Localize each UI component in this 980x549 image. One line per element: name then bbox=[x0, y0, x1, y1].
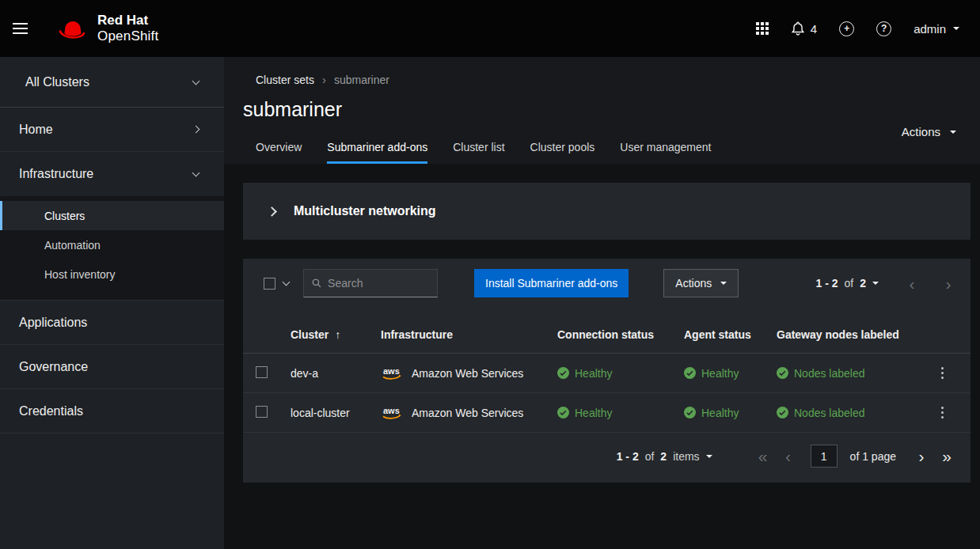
page-title: submariner bbox=[243, 98, 961, 121]
sidebar-item-label: Governance bbox=[19, 360, 88, 374]
column-header-agent-status: Agent status bbox=[684, 328, 777, 341]
page-actions-dropdown[interactable]: Actions bbox=[902, 125, 956, 138]
pagination-range: 1 - 2 bbox=[617, 450, 639, 463]
last-page-icon[interactable]: » bbox=[937, 446, 956, 466]
next-page-icon[interactable]: › bbox=[939, 274, 958, 293]
sidebar-item-host-inventory[interactable]: Host inventory bbox=[0, 259, 224, 289]
svg-text:aws: aws bbox=[383, 406, 400, 415]
caret-down-icon bbox=[953, 27, 959, 30]
sidebar-item-label: Infrastructure bbox=[19, 167, 93, 181]
help-icon[interactable]: ? bbox=[876, 21, 891, 36]
kebab-menu-icon[interactable] bbox=[932, 402, 953, 423]
table-header-row: Cluster ↑ Infrastructure Connection stat… bbox=[243, 316, 971, 354]
svg-text:aws: aws bbox=[383, 366, 400, 376]
infrastructure-subnav: Clusters Automation Host inventory bbox=[0, 196, 224, 301]
bulk-select-checkbox[interactable] bbox=[264, 278, 275, 290]
caret-down-icon bbox=[950, 131, 956, 134]
brand-line2: OpenShift bbox=[97, 28, 158, 44]
tab-cluster-list[interactable]: Cluster list bbox=[440, 133, 517, 164]
grid-icon bbox=[756, 22, 769, 35]
status-label[interactable]: Healthy bbox=[701, 407, 739, 419]
status-label[interactable]: Nodes labeled bbox=[794, 407, 865, 419]
infrastructure-label: Amazon Web Services bbox=[412, 407, 523, 419]
connection-status-cell: Healthy bbox=[557, 367, 684, 380]
redhat-openshift-logo: Red Hat OpenShift bbox=[55, 13, 158, 44]
check-circle-icon bbox=[684, 367, 696, 379]
hamburger-menu-icon[interactable] bbox=[13, 17, 36, 40]
prev-page-icon[interactable]: ‹ bbox=[902, 274, 921, 293]
breadcrumb-separator-icon: › bbox=[322, 73, 326, 86]
sidebar-item-home[interactable]: Home bbox=[0, 108, 224, 152]
app-launcher-icon[interactable] bbox=[756, 22, 769, 35]
aws-icon: aws bbox=[381, 405, 405, 420]
row-checkbox[interactable] bbox=[256, 406, 268, 418]
footer-pagination-menu[interactable]: 1 - 2 of 2 items bbox=[617, 450, 712, 463]
tab-overview[interactable]: Overview bbox=[243, 133, 314, 164]
tabs: Overview Submariner add-ons Cluster list… bbox=[243, 133, 961, 164]
sidebar-item-infrastructure[interactable]: Infrastructure bbox=[0, 152, 224, 196]
subnav-item-label: Automation bbox=[44, 239, 101, 252]
sidebar-item-automation[interactable]: Automation bbox=[0, 230, 224, 259]
card-title: Multicluster networking bbox=[294, 204, 436, 218]
sidebar-item-label: Applications bbox=[19, 316, 87, 330]
row-checkbox[interactable] bbox=[256, 366, 268, 378]
notifications-button[interactable]: 4 bbox=[791, 21, 817, 36]
subnav-item-label: Clusters bbox=[44, 210, 85, 222]
bell-icon bbox=[791, 21, 805, 36]
status-label[interactable]: Nodes labeled bbox=[794, 367, 865, 380]
brand-line1: Red Hat bbox=[97, 13, 158, 28]
aws-icon: aws bbox=[381, 365, 405, 381]
sidebar-item-clusters[interactable]: Clusters bbox=[0, 201, 224, 230]
sidebar-item-applications[interactable]: Applications bbox=[0, 301, 224, 345]
column-header-gateway-nodes: Gateway nodes labeled bbox=[777, 328, 924, 341]
sidebar-item-credentials[interactable]: Credentials bbox=[0, 389, 224, 434]
bulk-select-dropdown[interactable] bbox=[264, 278, 289, 290]
search-icon bbox=[312, 278, 321, 289]
sidebar-item-label: Home bbox=[19, 123, 53, 137]
gateway-nodes-cell: Nodes labeled bbox=[777, 367, 924, 380]
pagination-range: 1 - 2 bbox=[816, 277, 838, 290]
sidebar-nav: All Clusters Home Infrastructure Cluster… bbox=[0, 57, 224, 549]
pagination-total: 2 bbox=[860, 277, 866, 290]
question-glyph: ? bbox=[881, 24, 887, 33]
expand-toggle-button[interactable] bbox=[257, 197, 286, 225]
next-page-icon[interactable]: › bbox=[912, 446, 931, 466]
sort-ascending-icon: ↑ bbox=[335, 328, 340, 341]
notification-count: 4 bbox=[811, 22, 817, 36]
page-count-label: of 1 page bbox=[850, 450, 896, 463]
table-footer-pagination: 1 - 2 of 2 items « ‹ of 1 page › » bbox=[243, 433, 971, 483]
table-row: dev-a aws Amazon Web Services Healthy bbox=[243, 354, 971, 393]
check-circle-icon bbox=[777, 407, 788, 418]
status-label[interactable]: Healthy bbox=[575, 367, 612, 380]
breadcrumb-link-cluster-sets[interactable]: Cluster sets bbox=[256, 74, 314, 86]
plus-glyph: + bbox=[844, 24, 849, 33]
search-input[interactable] bbox=[328, 277, 429, 290]
tab-cluster-pools[interactable]: Cluster pools bbox=[518, 133, 608, 164]
prev-page-icon[interactable]: ‹ bbox=[779, 446, 798, 466]
chevron-down-icon bbox=[283, 278, 291, 286]
agent-status-cell: Healthy bbox=[684, 407, 777, 419]
pagination-menu[interactable]: 1 - 2 of 2 bbox=[816, 277, 879, 290]
footer-pagination-nav: « ‹ of 1 page › » bbox=[754, 445, 956, 468]
cluster-perspective-switcher[interactable]: All Clusters bbox=[0, 57, 224, 108]
agent-status-cell: Healthy bbox=[684, 367, 777, 380]
check-circle-icon bbox=[557, 407, 569, 418]
column-header-infrastructure: Infrastructure bbox=[381, 328, 557, 341]
status-label[interactable]: Healthy bbox=[701, 367, 739, 380]
table-toolbar: Install Submariner add-ons Actions 1 - 2… bbox=[243, 259, 971, 308]
connection-status-cell: Healthy bbox=[557, 407, 684, 419]
tab-user-management[interactable]: User management bbox=[607, 133, 724, 164]
kebab-menu-icon[interactable] bbox=[932, 362, 953, 384]
install-submariner-addons-button[interactable]: Install Submariner add-ons bbox=[474, 269, 629, 297]
column-header-cluster[interactable]: Cluster ↑ bbox=[291, 328, 381, 341]
tab-submariner-add-ons[interactable]: Submariner add-ons bbox=[314, 133, 440, 164]
pagination-items-label: items bbox=[673, 450, 699, 463]
toolbar-actions-label: Actions bbox=[675, 277, 712, 290]
current-page-input[interactable] bbox=[811, 445, 838, 468]
sidebar-item-governance[interactable]: Governance bbox=[0, 345, 224, 389]
status-label[interactable]: Healthy bbox=[575, 407, 612, 419]
add-icon[interactable]: + bbox=[839, 21, 854, 36]
toolbar-actions-dropdown[interactable]: Actions bbox=[663, 269, 739, 297]
first-page-icon[interactable]: « bbox=[754, 446, 773, 466]
user-menu[interactable]: admin bbox=[914, 22, 959, 36]
